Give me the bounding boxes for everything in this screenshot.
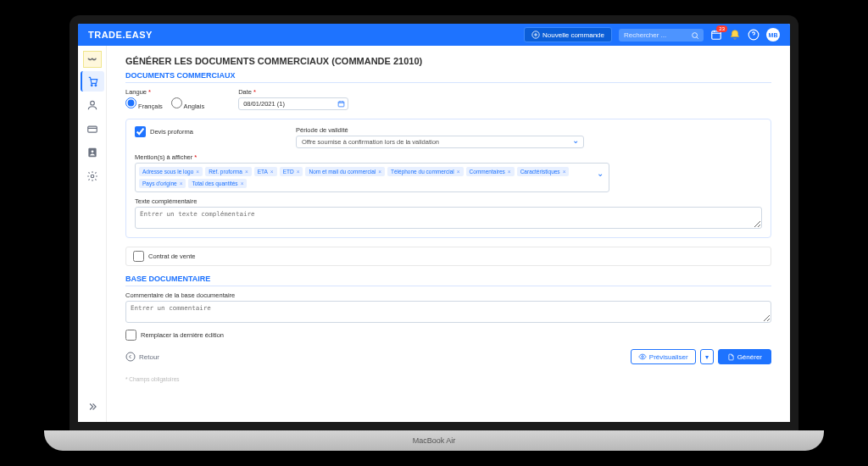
document-icon <box>727 353 735 361</box>
tag-remove-icon[interactable]: × <box>270 169 274 175</box>
tag-item[interactable]: Réf. proforma× <box>205 167 252 176</box>
new-order-label: Nouvelle commande <box>542 31 604 39</box>
page-title: GÉNÉRER LES DOCUMENTS COMMERCIAUX (COMMA… <box>125 56 771 66</box>
laptop-base: MacBook Air <box>44 430 824 451</box>
main-content: GÉNÉRER LES DOCUMENTS COMMERCIAUX (COMMA… <box>107 46 790 422</box>
new-order-button[interactable]: Nouvelle commande <box>524 27 612 42</box>
bell-icon[interactable] <box>729 29 741 41</box>
sidebar: 〰️ <box>78 46 107 422</box>
preview-dropdown[interactable]: ▾ <box>700 349 714 364</box>
tag-item[interactable]: Total des quantités× <box>188 179 247 188</box>
tag-item[interactable]: ETA× <box>254 167 277 176</box>
svg-rect-11 <box>338 102 344 107</box>
tag-remove-icon[interactable]: × <box>508 169 511 175</box>
tag-remove-icon[interactable]: × <box>378 169 381 175</box>
tag-remove-icon[interactable]: × <box>180 180 183 186</box>
docbase-comment-label: Commentaire de la base documentaire <box>125 291 771 299</box>
svg-point-13 <box>642 356 644 358</box>
svg-point-4 <box>91 85 92 86</box>
date-input[interactable]: 08/01/2021 (1) <box>238 97 348 110</box>
checkbox-devis-proforma[interactable]: Devis proforma <box>135 126 270 137</box>
tag-item[interactable]: Adresse sous le logo× <box>139 167 203 176</box>
company-logo: 〰️ <box>83 51 102 68</box>
periode-select[interactable]: Offre soumise à confirmation lors de la … <box>296 136 584 148</box>
checkbox-contrat-vente[interactable]: Contrat de vente <box>125 247 771 266</box>
sidebar-item-finance[interactable] <box>81 119 104 139</box>
calendar-notif-icon[interactable]: 23 <box>710 29 722 41</box>
section-docbase-head: BASE DOCUMENTAIRE <box>125 275 771 286</box>
tag-item[interactable]: Téléphone du commercial× <box>387 167 464 176</box>
arrow-left-icon <box>125 352 136 362</box>
mentions-label: Mention(s) à afficher <box>135 153 762 161</box>
svg-point-1 <box>693 32 698 37</box>
sidebar-item-orders[interactable] <box>81 71 104 92</box>
svg-point-5 <box>95 85 97 86</box>
svg-rect-7 <box>87 126 97 132</box>
mentions-multiselect[interactable]: Adresse sous le logo× Réf. proforma× ETA… <box>135 163 609 192</box>
complement-textarea[interactable] <box>135 207 762 229</box>
tag-remove-icon[interactable]: × <box>297 169 300 175</box>
tag-remove-icon[interactable]: × <box>457 169 460 175</box>
preview-button[interactable]: Prévisualiser <box>631 349 696 364</box>
back-link[interactable]: Retour <box>125 352 159 362</box>
tag-item[interactable]: ETD× <box>280 167 303 176</box>
periode-label: Période de validité <box>296 126 584 134</box>
tag-remove-icon[interactable]: × <box>245 169 248 175</box>
svg-point-9 <box>91 150 93 153</box>
complement-label: Texte complémentaire <box>135 197 762 205</box>
tag-item[interactable]: Pays d'origine× <box>139 179 186 188</box>
sidebar-item-contacts[interactable] <box>81 95 104 115</box>
brand-logo: TRADE.EASY <box>88 30 153 40</box>
sidebar-item-settings[interactable] <box>81 166 104 186</box>
notif-badge: 23 <box>716 25 727 32</box>
radio-francais[interactable]: Français <box>125 97 163 110</box>
plus-circle-icon <box>531 31 540 39</box>
proforma-card: Devis proforma Période de validité Offre… <box>125 119 771 238</box>
tag-item[interactable]: Nom et mail du commercial× <box>305 167 385 176</box>
laptop-label: MacBook Air <box>413 436 456 445</box>
sidebar-expand[interactable] <box>81 397 104 417</box>
topbar: TRADE.EASY Nouvelle commande <box>78 24 790 46</box>
tag-item[interactable]: Commentaires× <box>466 167 515 176</box>
checkbox-replace-last[interactable]: Remplacer la dernière édition <box>125 330 771 341</box>
help-icon[interactable] <box>748 29 760 41</box>
svg-rect-2 <box>712 31 721 39</box>
avatar[interactable]: MB <box>766 28 780 42</box>
tag-item[interactable]: Caractéristiques× <box>517 167 570 176</box>
svg-point-6 <box>90 101 94 105</box>
required-footnote: * Champs obligatoires <box>125 376 771 382</box>
chevron-down-icon: ▾ <box>705 353 709 361</box>
svg-point-10 <box>91 175 94 178</box>
eye-icon <box>638 352 647 361</box>
svg-point-12 <box>126 352 135 361</box>
docbase-comment-textarea[interactable] <box>125 301 771 323</box>
date-label: Date <box>238 88 348 96</box>
lang-label: Langue <box>125 88 204 96</box>
tag-remove-icon[interactable]: × <box>196 169 199 175</box>
section-commercial-head: DOCUMENTS COMMERCIAUX <box>125 71 771 83</box>
sidebar-item-directory[interactable] <box>81 142 104 163</box>
generate-button[interactable]: Générer <box>718 349 771 364</box>
radio-anglais[interactable]: Anglais <box>171 97 204 110</box>
tag-remove-icon[interactable]: × <box>241 180 244 186</box>
tag-remove-icon[interactable]: × <box>563 169 566 175</box>
